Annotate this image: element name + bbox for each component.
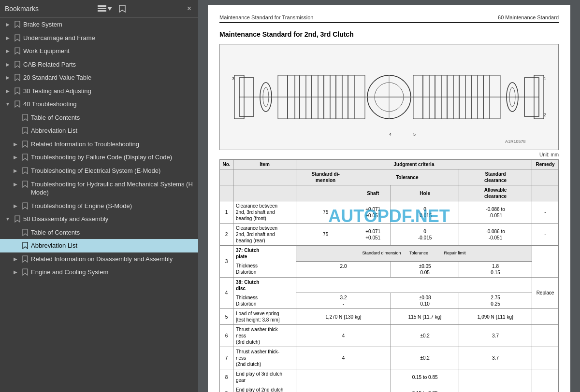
sidebar-item-undercarriage-frame[interactable]: Undercarriage and Frame: [0, 31, 198, 45]
cell-repair-6: 3.7: [459, 325, 532, 347]
sidebar-item-related-info[interactable]: Related Information to Troubleshooting: [0, 138, 198, 151]
sidebar-item-label: Work Equipment: [23, 47, 194, 56]
unit-label: Unit: mm: [219, 152, 559, 157]
pdf-page: Maintenance Standard for Transmission 60…: [208, 5, 570, 392]
cell-tol-8: 0.15 to 0.85: [391, 369, 459, 385]
cell-repair-7: 3.7: [459, 347, 532, 369]
svg-text:3: 3: [232, 76, 234, 81]
main-content: Maintenance Standard for Transmission 60…: [198, 0, 580, 392]
sidebar-item-label: Table of Contents: [31, 113, 194, 122]
cell-item: Clearance between2nd, 3rd shaft andbeari…: [233, 224, 296, 246]
cell-no: 5: [220, 309, 233, 325]
bookmark-view-button[interactable]: [117, 4, 128, 14]
cell-item: End play of 3rd clutchgear: [233, 369, 296, 385]
cell-remedy: Replace: [532, 277, 559, 309]
sub-stdclear: Standardclearance: [459, 169, 532, 185]
diagram-box: 1 2 3 4 5 A1R10578: [219, 44, 559, 150]
sidebar-item-hydraulic-mech[interactable]: Troubleshooting for Hydraulic and Mechan…: [0, 178, 198, 199]
bookmark-icon: [14, 34, 21, 42]
bookmark-icon: [21, 255, 29, 263]
sidebar-item-label: Engine and Cooling System: [31, 268, 194, 277]
svg-text:4: 4: [389, 132, 392, 137]
cell-header-alt: Standard dimension Tolerance Repair limi…: [296, 246, 532, 262]
sidebar-item-engine-cooling[interactable]: Engine and Cooling System: [0, 266, 198, 279]
sidebar-item-troubleshooting[interactable]: 40 Troubleshooting: [0, 98, 198, 111]
cell-stdclear: -0.086 to-0.051: [459, 224, 532, 246]
table-row: 6 Thrust washer thick-ness(3rd clutch) 4…: [220, 325, 559, 347]
cell-repair: 1.80.15: [459, 261, 532, 277]
cell-remedy: [532, 246, 559, 278]
svg-text:A1R10578: A1R10578: [505, 139, 526, 144]
chevron-icon: [12, 141, 19, 148]
table-row: 9 End play of 2nd clutchgear 0.15 to 0.8…: [220, 385, 559, 392]
sub-stddim: Standard di-mension: [296, 169, 355, 185]
sidebar-item-toc-40[interactable]: Table of Contents: [0, 111, 198, 125]
sub-tolerance: Tolerance: [355, 169, 459, 185]
sidebar-item-label: Related Information on Disassembly and A…: [31, 255, 194, 264]
cell-item-main: 38: Clutchdisc: [233, 277, 296, 293]
cell-remedy: [532, 309, 559, 325]
svg-text:5: 5: [413, 132, 416, 137]
sub-remedy2: [532, 169, 559, 185]
sidebar-item-failure-code[interactable]: Troubleshooting by Failure Code (Display…: [0, 151, 198, 164]
list-view-button[interactable]: [96, 4, 114, 13]
sidebar-item-disassembly[interactable]: 50 Disassembly and Assembly: [0, 212, 198, 226]
sidebar-item-work-equipment[interactable]: Work Equipment: [0, 44, 198, 58]
sidebar-item-toc-50[interactable]: Table of Contents: [0, 226, 198, 239]
cell-hole: 0-0.015: [391, 224, 459, 246]
bookmark-icon: [21, 167, 29, 174]
bookmark-icon: [14, 100, 21, 108]
cell-no: 1: [220, 201, 233, 224]
cell-item: Thrust washer thick-ness(2nd clutch): [233, 347, 296, 369]
col-judgment: Judgment criteria: [296, 160, 532, 169]
sidebar-content: Brake SystemUndercarriage and FrameWork …: [0, 18, 198, 392]
sidebar-item-cab-related[interactable]: CAB Related Parts: [0, 58, 198, 71]
sidebar-item-abbr-50[interactable]: Abbreviation List: [0, 239, 198, 252]
sidebar: Bookmarks × Brake SystemUndercarriage an…: [0, 0, 198, 392]
cell-tol-wide: 115 N {11.7 kg}: [391, 309, 459, 325]
sidebar-item-engine-smode[interactable]: Troubleshooting of Engine (S-Mode): [0, 199, 198, 213]
page-header: Maintenance Standard for Transmission 60…: [219, 14, 559, 23]
cell-no: 7: [220, 347, 233, 369]
svg-rect-0: [98, 5, 106, 7]
sidebar-item-abbr-40[interactable]: Abbreviation List: [0, 124, 198, 138]
table-row: 3 37: Clutchplate Standard dimension Tol…: [220, 246, 559, 262]
col-item: Item: [233, 160, 296, 169]
cell-item: End play of 2nd clutchgear: [233, 385, 296, 392]
chevron-icon: [4, 74, 12, 81]
col-remedy: Remedy: [532, 160, 559, 169]
cell-stddim: 75: [296, 201, 355, 224]
chevron-icon: [12, 269, 19, 276]
bookmark-icon: [21, 154, 29, 161]
chevron-icon: [4, 21, 12, 28]
cell-subitem1: ThicknessDistortion: [233, 261, 296, 277]
sidebar-item-label: Abbreviation List: [31, 126, 194, 135]
sidebar-item-electrical-system[interactable]: Troubleshooting of Electrical System (E-…: [0, 164, 198, 178]
svg-rect-1: [98, 8, 106, 9]
sidebar-item-standard-value[interactable]: 20 Standard Value Table: [0, 71, 198, 84]
sidebar-item-brake-system[interactable]: Brake System: [0, 18, 198, 31]
cell-hole: 0-0.015: [391, 201, 459, 224]
chevron-icon: [4, 216, 12, 223]
svg-marker-3: [107, 7, 112, 11]
sidebar-item-testing-adjusting[interactable]: 30 Testing and Adjusting: [0, 84, 198, 98]
sidebar-item-label: Undercarriage and Frame: [23, 34, 194, 42]
chevron-icon: [4, 88, 12, 95]
sidebar-item-related-disassembly[interactable]: Related Information on Disassembly and A…: [0, 252, 198, 266]
cell-repair-9: [459, 385, 532, 392]
sidebar-item-label: Abbreviation List: [31, 241, 194, 250]
close-button[interactable]: ×: [185, 4, 193, 13]
header-icons: [96, 4, 128, 14]
cell-tol-6: ±0.2: [391, 325, 459, 347]
col-no: No.: [220, 160, 233, 169]
sub2-item: [233, 185, 296, 201]
sub2-shaft: Shaft: [355, 185, 391, 201]
sub2-hole: Hole: [391, 185, 459, 201]
bookmark-icon: [21, 202, 29, 210]
chevron-icon: [4, 48, 12, 55]
sidebar-item-label: Troubleshooting for Hydraulic and Mechan…: [31, 180, 194, 197]
sidebar-header: Bookmarks ×: [0, 0, 198, 18]
cell-tol-alt: ±0.050.05: [391, 261, 459, 277]
cell-no: 8: [220, 369, 233, 385]
sub-item: [233, 169, 296, 185]
